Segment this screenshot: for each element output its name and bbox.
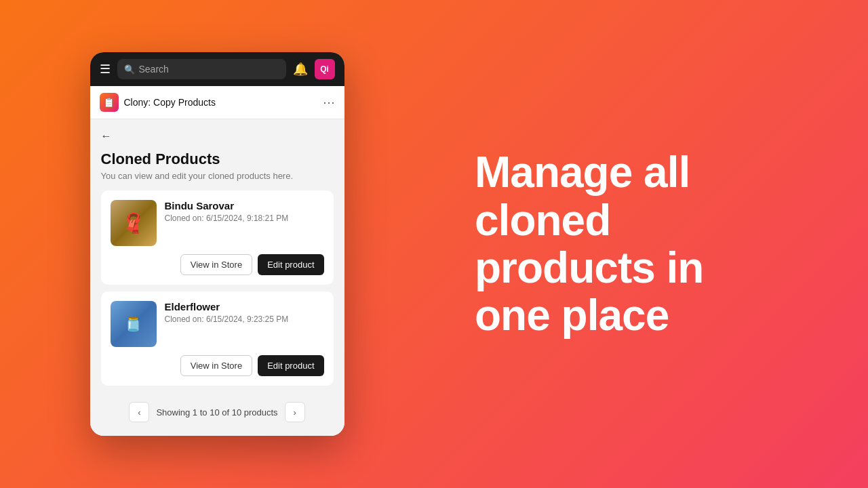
product-date-elderflower: Cloned on: 6/15/2024, 9:23:25 PM (165, 314, 324, 324)
app-icon: 📋 (100, 93, 119, 112)
pagination: ‹ Showing 1 to 10 of 10 products › (101, 392, 334, 425)
pagination-next-button[interactable]: › (285, 402, 305, 422)
hero-line2: cloned (475, 197, 703, 244)
left-panel: ☰ 🔍 Search 🔔 Qi 📋 Clony: Copy Products ⋯… (0, 0, 434, 488)
product-date-bindu: Cloned on: 6/15/2024, 9:18:21 PM (165, 214, 324, 223)
right-panel: Manage all cloned products in one place (434, 0, 868, 488)
avatar[interactable]: Qi (315, 59, 335, 79)
product-info-elderflower: Elderflower Cloned on: 6/15/2024, 9:23:2… (165, 301, 324, 324)
hamburger-icon[interactable]: ☰ (100, 62, 111, 77)
product-card-elderflower: 🫙 Elderflower Cloned on: 6/15/2024, 9:23… (101, 291, 334, 386)
bell-icon[interactable]: 🔔 (293, 62, 308, 77)
product-name-bindu: Bindu Sarovar (165, 200, 324, 211)
product-card: 🧣 Bindu Sarovar Cloned on: 6/15/2024, 9:… (101, 190, 334, 285)
product-thumbnail-sarovar: 🧣 (111, 200, 157, 246)
view-in-store-button-bindu[interactable]: View in Store (180, 254, 252, 275)
app-header: 📋 Clony: Copy Products ⋯ (90, 86, 344, 119)
hero-line3: products in (475, 244, 703, 291)
product-actions-bindu: View in Store Edit product (111, 254, 324, 275)
search-input[interactable]: Search (139, 64, 169, 75)
search-bar[interactable]: 🔍 Search (117, 59, 286, 79)
phone-mockup: ☰ 🔍 Search 🔔 Qi 📋 Clony: Copy Products ⋯… (90, 52, 344, 436)
pagination-prev-button[interactable]: ‹ (129, 402, 149, 422)
product-image-elderflower: 🫙 (111, 301, 157, 347)
product-image-bindu: 🧣 (111, 200, 157, 246)
product-info-bindu: Bindu Sarovar Cloned on: 6/15/2024, 9:18… (165, 200, 324, 223)
hero-line1: Manage all (475, 148, 703, 196)
page-subtitle: You can view and edit your cloned produc… (101, 171, 334, 181)
product-row-elderflower: 🫙 Elderflower Cloned on: 6/15/2024, 9:23… (111, 301, 324, 347)
hero-text: Manage all cloned products in one place (475, 148, 703, 340)
page-title: Cloned Products (101, 150, 334, 168)
product-thumbnail-elderflower: 🫙 (111, 301, 157, 347)
back-button[interactable]: ← (101, 130, 112, 142)
main-content: ← Cloned Products You can view and edit … (90, 119, 344, 436)
pagination-text: Showing 1 to 10 of 10 products (156, 407, 277, 418)
search-icon: 🔍 (124, 64, 135, 75)
app-name: Clony: Copy Products (124, 97, 323, 108)
edit-product-button-bindu[interactable]: Edit product (258, 254, 323, 275)
view-in-store-button-elderflower[interactable]: View in Store (180, 355, 252, 376)
product-name-elderflower: Elderflower (165, 301, 324, 312)
app-icon-inner: 📋 (103, 97, 115, 108)
product-actions-elderflower: View in Store Edit product (111, 355, 324, 376)
hero-line4: one place (475, 291, 703, 339)
more-options-icon[interactable]: ⋯ (323, 95, 335, 110)
topbar: ☰ 🔍 Search 🔔 Qi (90, 52, 344, 86)
edit-product-button-elderflower[interactable]: Edit product (258, 355, 323, 376)
product-row: 🧣 Bindu Sarovar Cloned on: 6/15/2024, 9:… (111, 200, 324, 246)
